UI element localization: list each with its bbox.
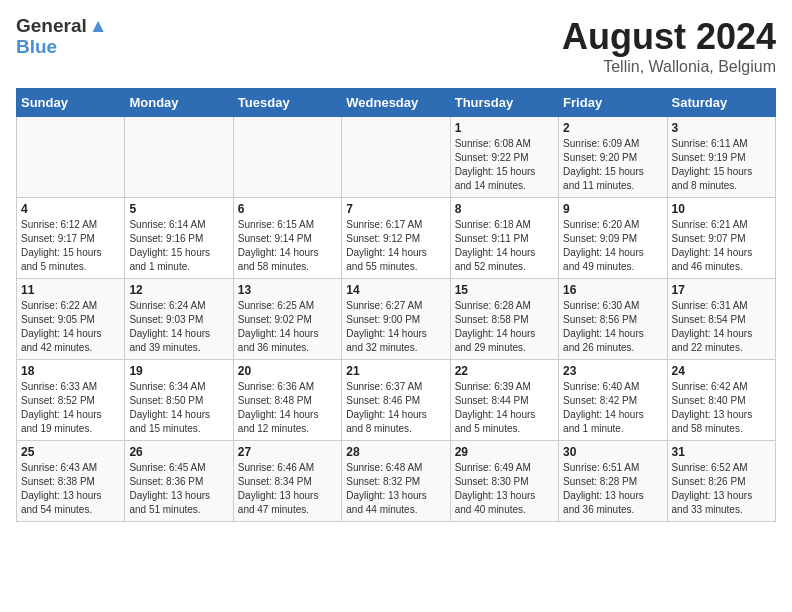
calendar-cell: 27Sunrise: 6:46 AMSunset: 8:34 PMDayligh… [233, 441, 341, 522]
calendar-cell: 19Sunrise: 6:34 AMSunset: 8:50 PMDayligh… [125, 360, 233, 441]
day-info: Sunrise: 6:40 AMSunset: 8:42 PMDaylight:… [563, 380, 662, 436]
day-number: 31 [672, 445, 771, 459]
calendar-cell: 17Sunrise: 6:31 AMSunset: 8:54 PMDayligh… [667, 279, 775, 360]
day-info: Sunrise: 6:45 AMSunset: 8:36 PMDaylight:… [129, 461, 228, 517]
day-info: Sunrise: 6:48 AMSunset: 8:32 PMDaylight:… [346, 461, 445, 517]
day-number: 21 [346, 364, 445, 378]
day-info: Sunrise: 6:24 AMSunset: 9:03 PMDaylight:… [129, 299, 228, 355]
header-cell-monday: Monday [125, 89, 233, 117]
page-title: August 2024 [562, 16, 776, 58]
day-info: Sunrise: 6:11 AMSunset: 9:19 PMDaylight:… [672, 137, 771, 193]
header-cell-thursday: Thursday [450, 89, 558, 117]
day-number: 5 [129, 202, 228, 216]
day-number: 3 [672, 121, 771, 135]
day-number: 7 [346, 202, 445, 216]
day-number: 1 [455, 121, 554, 135]
calendar-cell: 4Sunrise: 6:12 AMSunset: 9:17 PMDaylight… [17, 198, 125, 279]
logo-general: General [16, 15, 87, 36]
day-info: Sunrise: 6:43 AMSunset: 8:38 PMDaylight:… [21, 461, 120, 517]
calendar-cell [342, 117, 450, 198]
day-number: 15 [455, 283, 554, 297]
calendar-week-5: 25Sunrise: 6:43 AMSunset: 8:38 PMDayligh… [17, 441, 776, 522]
day-number: 23 [563, 364, 662, 378]
day-number: 22 [455, 364, 554, 378]
title-block: August 2024 Tellin, Wallonia, Belgium [562, 16, 776, 76]
day-info: Sunrise: 6:33 AMSunset: 8:52 PMDaylight:… [21, 380, 120, 436]
calendar-cell: 5Sunrise: 6:14 AMSunset: 9:16 PMDaylight… [125, 198, 233, 279]
day-info: Sunrise: 6:31 AMSunset: 8:54 PMDaylight:… [672, 299, 771, 355]
calendar-cell: 8Sunrise: 6:18 AMSunset: 9:11 PMDaylight… [450, 198, 558, 279]
calendar-cell: 2Sunrise: 6:09 AMSunset: 9:20 PMDaylight… [559, 117, 667, 198]
day-info: Sunrise: 6:18 AMSunset: 9:11 PMDaylight:… [455, 218, 554, 274]
page-subtitle: Tellin, Wallonia, Belgium [562, 58, 776, 76]
day-info: Sunrise: 6:34 AMSunset: 8:50 PMDaylight:… [129, 380, 228, 436]
day-number: 18 [21, 364, 120, 378]
day-number: 29 [455, 445, 554, 459]
calendar-cell: 23Sunrise: 6:40 AMSunset: 8:42 PMDayligh… [559, 360, 667, 441]
day-number: 9 [563, 202, 662, 216]
day-info: Sunrise: 6:46 AMSunset: 8:34 PMDaylight:… [238, 461, 337, 517]
day-info: Sunrise: 6:28 AMSunset: 8:58 PMDaylight:… [455, 299, 554, 355]
day-info: Sunrise: 6:27 AMSunset: 9:00 PMDaylight:… [346, 299, 445, 355]
day-number: 14 [346, 283, 445, 297]
calendar-cell: 11Sunrise: 6:22 AMSunset: 9:05 PMDayligh… [17, 279, 125, 360]
day-number: 13 [238, 283, 337, 297]
day-info: Sunrise: 6:51 AMSunset: 8:28 PMDaylight:… [563, 461, 662, 517]
calendar-cell: 14Sunrise: 6:27 AMSunset: 9:00 PMDayligh… [342, 279, 450, 360]
calendar-cell: 6Sunrise: 6:15 AMSunset: 9:14 PMDaylight… [233, 198, 341, 279]
calendar-cell: 15Sunrise: 6:28 AMSunset: 8:58 PMDayligh… [450, 279, 558, 360]
calendar-cell [233, 117, 341, 198]
day-number: 30 [563, 445, 662, 459]
calendar-cell: 24Sunrise: 6:42 AMSunset: 8:40 PMDayligh… [667, 360, 775, 441]
page-header: General▲ Blue August 2024 Tellin, Wallon… [16, 16, 776, 76]
calendar-cell: 25Sunrise: 6:43 AMSunset: 8:38 PMDayligh… [17, 441, 125, 522]
day-number: 16 [563, 283, 662, 297]
header-cell-tuesday: Tuesday [233, 89, 341, 117]
logo: General▲ Blue [16, 16, 108, 58]
day-number: 20 [238, 364, 337, 378]
calendar-cell [125, 117, 233, 198]
day-number: 10 [672, 202, 771, 216]
day-number: 24 [672, 364, 771, 378]
calendar-week-1: 1Sunrise: 6:08 AMSunset: 9:22 PMDaylight… [17, 117, 776, 198]
day-number: 2 [563, 121, 662, 135]
day-number: 27 [238, 445, 337, 459]
day-info: Sunrise: 6:09 AMSunset: 9:20 PMDaylight:… [563, 137, 662, 193]
calendar-cell: 13Sunrise: 6:25 AMSunset: 9:02 PMDayligh… [233, 279, 341, 360]
day-number: 8 [455, 202, 554, 216]
calendar-week-4: 18Sunrise: 6:33 AMSunset: 8:52 PMDayligh… [17, 360, 776, 441]
calendar-cell [17, 117, 125, 198]
calendar-cell: 3Sunrise: 6:11 AMSunset: 9:19 PMDaylight… [667, 117, 775, 198]
header-cell-wednesday: Wednesday [342, 89, 450, 117]
header-cell-friday: Friday [559, 89, 667, 117]
calendar-cell: 16Sunrise: 6:30 AMSunset: 8:56 PMDayligh… [559, 279, 667, 360]
day-info: Sunrise: 6:20 AMSunset: 9:09 PMDaylight:… [563, 218, 662, 274]
calendar-cell: 29Sunrise: 6:49 AMSunset: 8:30 PMDayligh… [450, 441, 558, 522]
header-cell-saturday: Saturday [667, 89, 775, 117]
calendar-body: 1Sunrise: 6:08 AMSunset: 9:22 PMDaylight… [17, 117, 776, 522]
calendar-table: SundayMondayTuesdayWednesdayThursdayFrid… [16, 88, 776, 522]
day-number: 17 [672, 283, 771, 297]
calendar-cell: 12Sunrise: 6:24 AMSunset: 9:03 PMDayligh… [125, 279, 233, 360]
logo-blue: Blue [16, 37, 108, 58]
calendar-cell: 1Sunrise: 6:08 AMSunset: 9:22 PMDaylight… [450, 117, 558, 198]
day-number: 26 [129, 445, 228, 459]
day-info: Sunrise: 6:37 AMSunset: 8:46 PMDaylight:… [346, 380, 445, 436]
calendar-cell: 26Sunrise: 6:45 AMSunset: 8:36 PMDayligh… [125, 441, 233, 522]
calendar-cell: 21Sunrise: 6:37 AMSunset: 8:46 PMDayligh… [342, 360, 450, 441]
calendar-week-3: 11Sunrise: 6:22 AMSunset: 9:05 PMDayligh… [17, 279, 776, 360]
day-number: 4 [21, 202, 120, 216]
day-number: 12 [129, 283, 228, 297]
calendar-header: SundayMondayTuesdayWednesdayThursdayFrid… [17, 89, 776, 117]
calendar-cell: 22Sunrise: 6:39 AMSunset: 8:44 PMDayligh… [450, 360, 558, 441]
header-row: SundayMondayTuesdayWednesdayThursdayFrid… [17, 89, 776, 117]
calendar-cell: 18Sunrise: 6:33 AMSunset: 8:52 PMDayligh… [17, 360, 125, 441]
day-number: 25 [21, 445, 120, 459]
header-cell-sunday: Sunday [17, 89, 125, 117]
calendar-cell: 28Sunrise: 6:48 AMSunset: 8:32 PMDayligh… [342, 441, 450, 522]
day-info: Sunrise: 6:22 AMSunset: 9:05 PMDaylight:… [21, 299, 120, 355]
logo-triangle-shape: ▲ [89, 15, 108, 36]
day-info: Sunrise: 6:08 AMSunset: 9:22 PMDaylight:… [455, 137, 554, 193]
day-info: Sunrise: 6:21 AMSunset: 9:07 PMDaylight:… [672, 218, 771, 274]
day-info: Sunrise: 6:49 AMSunset: 8:30 PMDaylight:… [455, 461, 554, 517]
